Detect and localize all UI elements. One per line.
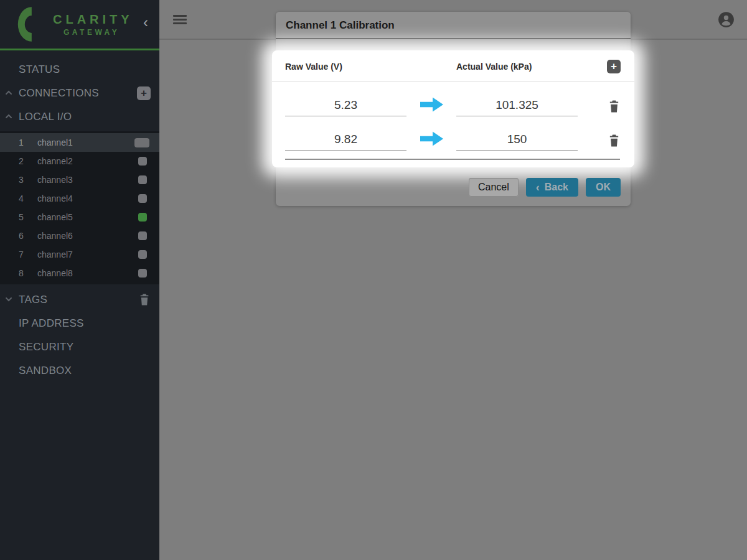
- sidebar-item-label: SECURITY: [19, 341, 73, 353]
- sidebar: CLARITY GATEWAY ‹ STATUS CONNECTIONS + L…: [0, 0, 159, 560]
- channel-status-chip: [138, 157, 147, 166]
- delete-row-button[interactable]: [609, 100, 619, 114]
- channel-number: 3: [19, 175, 37, 185]
- caret-up-icon: [5, 90, 12, 95]
- raw-value-input[interactable]: [285, 98, 406, 116]
- raw-value-column-header: Raw Value (V): [285, 62, 456, 72]
- channel-status-chip: [138, 250, 147, 259]
- calibration-table: Raw Value (V) Actual Value (kPa) +: [272, 50, 634, 167]
- channel-label: channel5: [37, 212, 73, 222]
- sidebar-item-sandbox[interactable]: SANDBOX: [0, 359, 159, 383]
- channel-number: 7: [19, 250, 37, 259]
- channel-label: channel1: [37, 138, 73, 147]
- channel-list: 1 channel1 2 channel2 3 channel3 4 chann…: [0, 131, 159, 284]
- channel-number: 6: [19, 231, 37, 241]
- channel-label: channel7: [37, 250, 73, 259]
- delete-tags-button[interactable]: [139, 294, 149, 309]
- sidebar-item-tags[interactable]: TAGS: [0, 288, 159, 312]
- dialog-title: Channel 1 Calibration: [276, 12, 631, 39]
- trash-icon: [609, 134, 619, 147]
- arrow-right-icon: [420, 96, 443, 113]
- dialog-footer: Cancel ‹ Back OK: [469, 178, 621, 197]
- header-divider: [272, 82, 634, 82]
- caret-up-icon: [5, 114, 12, 119]
- channel-label: channel8: [37, 268, 73, 278]
- channel-status-chip: [138, 194, 147, 203]
- sidebar-item-label: SANDBOX: [19, 365, 72, 377]
- menu-icon[interactable]: [173, 13, 187, 26]
- channel-status-chip: [138, 231, 147, 240]
- brand-line1: CLARITY: [53, 13, 133, 26]
- channel-number: 2: [19, 156, 37, 166]
- sidebar-item-status[interactable]: STATUS: [0, 58, 159, 82]
- brand-text: CLARITY GATEWAY: [53, 13, 133, 36]
- actual-value-input[interactable]: [456, 133, 578, 151]
- clarity-logo-icon: [16, 6, 45, 42]
- add-connection-button[interactable]: +: [137, 86, 151, 100]
- sidebar-item-channel5[interactable]: 5 channel5: [0, 208, 159, 226]
- channel-label: channel2: [37, 156, 73, 166]
- sidebar-item-channel6[interactable]: 6 channel6: [0, 226, 159, 245]
- cancel-button[interactable]: Cancel: [469, 178, 519, 197]
- channel-number: 5: [19, 212, 37, 222]
- sidebar-nav: STATUS CONNECTIONS + LOCAL I/O 1 channel…: [0, 50, 159, 560]
- sidebar-item-label: IP ADDRESS: [19, 317, 84, 330]
- actual-value-column-header: Actual Value (kPa): [456, 62, 607, 72]
- sidebar-item-channel4[interactable]: 4 channel4: [0, 189, 159, 208]
- table-bottom-rule: [285, 159, 620, 160]
- sidebar-item-channel1[interactable]: 1 channel1: [0, 133, 159, 152]
- user-avatar-icon[interactable]: [718, 11, 735, 28]
- sidebar-item-connections[interactable]: CONNECTIONS +: [0, 82, 159, 105]
- chevron-left-icon: ‹: [536, 183, 540, 192]
- sidebar-item-label: STATUS: [19, 63, 60, 76]
- main-area: Local I/O Channel 1 Calibration Channel …: [159, 0, 747, 560]
- channel-label: channel4: [37, 194, 73, 203]
- logo-bar: CLARITY GATEWAY ‹: [0, 0, 159, 50]
- calibration-row: [272, 123, 634, 151]
- sidebar-item-ip-address[interactable]: IP ADDRESS: [0, 312, 159, 335]
- channel-status-chip: [138, 175, 147, 184]
- add-row-button[interactable]: +: [607, 60, 621, 73]
- channel-number: 8: [19, 268, 37, 278]
- sidebar-item-local-io[interactable]: LOCAL I/O: [0, 105, 159, 129]
- sidebar-item-channel8[interactable]: 8 channel8: [0, 264, 159, 282]
- back-button-label: Back: [545, 182, 568, 193]
- sidebar-item-label: CONNECTIONS: [19, 87, 99, 100]
- trash-icon: [139, 294, 149, 306]
- channel-label: channel6: [37, 231, 73, 241]
- channel-status-chip: [134, 138, 149, 147]
- channel-label: channel3: [37, 175, 73, 185]
- calibration-table-header: Raw Value (V) Actual Value (kPa) +: [272, 50, 634, 73]
- calibration-dialog: Channel 1 Calibration Raw Value (V) Actu…: [276, 12, 631, 206]
- raw-value-input[interactable]: [285, 133, 406, 151]
- channel-number: 1: [19, 138, 37, 147]
- back-button[interactable]: ‹ Back: [526, 178, 578, 197]
- sidebar-item-channel7[interactable]: 7 channel7: [0, 245, 159, 264]
- arrow-right-icon: [420, 131, 443, 147]
- sidebar-collapse-icon[interactable]: ‹: [143, 15, 148, 30]
- sidebar-item-label: LOCAL I/O: [19, 111, 72, 123]
- brand-line2: GATEWAY: [63, 29, 133, 36]
- sidebar-item-label: TAGS: [19, 294, 47, 306]
- channel-status-chip: [138, 213, 147, 222]
- channel-status-chip: [138, 269, 147, 278]
- caret-down-icon: [5, 297, 12, 302]
- sidebar-item-channel2[interactable]: 2 channel2: [0, 152, 159, 170]
- trash-icon: [609, 100, 619, 113]
- ok-button[interactable]: OK: [586, 178, 621, 197]
- sidebar-item-security[interactable]: SECURITY: [0, 335, 159, 359]
- actual-value-input[interactable]: [456, 98, 578, 116]
- delete-row-button[interactable]: [609, 134, 619, 149]
- channel-number: 4: [19, 194, 37, 203]
- sidebar-item-channel3[interactable]: 3 channel3: [0, 170, 159, 189]
- app-window: CLARITY GATEWAY ‹ STATUS CONNECTIONS + L…: [0, 0, 747, 560]
- calibration-row: [272, 88, 634, 116]
